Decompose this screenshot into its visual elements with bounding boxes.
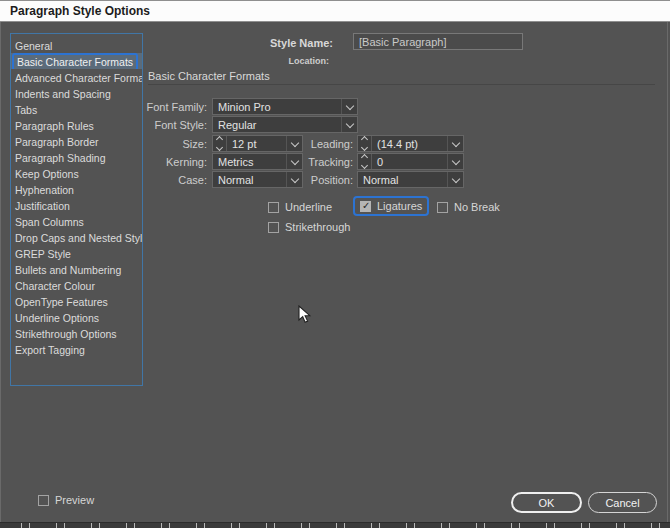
ok-button[interactable]: OK [511, 492, 582, 513]
sidebar-item-character-colour[interactable]: Character Colour [11, 277, 142, 293]
location-label: Location: [229, 56, 329, 66]
tracking-stepper[interactable] [358, 154, 372, 169]
sidebar-item-label: Justification [15, 200, 70, 212]
font-style-value: Regular [213, 119, 341, 131]
sidebar-item-justification[interactable]: Justification [11, 197, 142, 213]
paragraph-style-options-dialog: Paragraph Style Options GeneralBasic Cha… [0, 0, 670, 528]
style-name-field[interactable]: [Basic Paragraph] [353, 33, 523, 50]
case-label: Case: [57, 174, 207, 186]
sidebar-item-label: Basic Character Formats [12, 53, 138, 69]
checkbox-icon [268, 202, 279, 213]
sidebar-item-label: Tabs [15, 104, 37, 116]
leading-select[interactable]: (14.4 pt) [357, 135, 464, 152]
checkbox-icon [268, 222, 279, 233]
sidebar-item-label: Indents and Spacing [15, 88, 111, 100]
size-value: 12 pt [227, 138, 286, 150]
underline-checkbox[interactable]: Underline [268, 201, 332, 213]
section-divider [148, 84, 655, 85]
no-break-checkbox[interactable]: No Break [437, 201, 500, 213]
tracking-value: 0 [372, 156, 447, 168]
sidebar-item-span-columns[interactable]: Span Columns [11, 213, 142, 229]
case-select[interactable]: Normal [212, 171, 303, 188]
sidebar-item-indents-and-spacing[interactable]: Indents and Spacing [11, 85, 142, 101]
sidebar-item-advanced-character-formats[interactable]: Advanced Character Formats [11, 69, 142, 85]
ligatures-checkbox-label: Ligatures [377, 200, 422, 212]
font-family-select[interactable]: Minion Pro [212, 98, 358, 115]
underline-checkbox-label: Underline [285, 201, 332, 213]
position-select[interactable]: Normal [357, 171, 464, 188]
preview-checkbox[interactable]: Preview [38, 494, 94, 506]
sidebar-item-basic-character-formats[interactable]: Basic Character Formats [11, 53, 142, 69]
font-family-label: Font Family: [57, 101, 207, 113]
chevron-down-icon [341, 117, 357, 132]
sidebar-item-label: General [15, 40, 52, 52]
no-break-checkbox-label: No Break [454, 201, 500, 213]
sidebar-item-bullets-and-numbering[interactable]: Bullets and Numbering [11, 261, 142, 277]
panel-title: Basic Character Formats [148, 70, 270, 82]
sidebar-item-label: Export Tagging [15, 344, 85, 356]
sidebar-item-opentype-features[interactable]: OpenType Features [11, 293, 142, 309]
sidebar-item-drop-caps-and-nested-styles[interactable]: Drop Caps and Nested Styles [11, 229, 142, 245]
font-family-value: Minion Pro [213, 101, 341, 113]
kerning-value: Metrics [213, 156, 286, 168]
window-right-edge [667, 22, 668, 522]
chevron-down-icon [447, 172, 463, 187]
chevron-down-icon [286, 154, 302, 169]
kerning-label: Kerning: [57, 156, 207, 168]
sidebar-item-label: Bullets and Numbering [15, 264, 121, 276]
position-value: Normal [358, 174, 447, 186]
font-style-label: Font Style: [57, 119, 207, 131]
window-left-edge [0, 22, 1, 522]
sidebar-list: GeneralBasic Character FormatsAdvanced C… [10, 33, 143, 386]
sidebar-item-general[interactable]: General [11, 37, 142, 53]
sidebar-item-underline-options[interactable]: Underline Options [11, 309, 142, 325]
tracking-select[interactable]: 0 [357, 153, 464, 170]
style-name-value: [Basic Paragraph] [359, 36, 446, 48]
sidebar-item-export-tagging[interactable]: Export Tagging [11, 341, 142, 357]
strikethrough-checkbox-label: Strikethrough [285, 221, 350, 233]
sidebar-item-label: Hyphenation [15, 184, 74, 196]
kerning-select[interactable]: Metrics [212, 153, 303, 170]
ligatures-checkbox[interactable]: Ligatures [360, 200, 422, 212]
preview-checkbox-label: Preview [55, 494, 94, 506]
ligatures-highlight-annotation: Ligatures [353, 196, 429, 216]
checkbox-icon [360, 201, 371, 212]
background-ruler-strip [0, 522, 670, 528]
sidebar-item-label: GREP Style [15, 248, 71, 260]
leading-value: (14.4 pt) [372, 138, 447, 150]
sidebar-item-label: Span Columns [15, 216, 84, 228]
chevron-down-icon [447, 154, 463, 169]
strikethrough-checkbox[interactable]: Strikethrough [268, 221, 350, 233]
sidebar-item-grep-style[interactable]: GREP Style [11, 245, 142, 261]
cancel-button[interactable]: Cancel [588, 492, 657, 513]
sidebar-item-label: Character Colour [15, 280, 95, 292]
size-label: Size: [57, 138, 207, 150]
chevron-down-icon [341, 99, 357, 114]
size-select[interactable]: 12 pt [212, 135, 303, 152]
sidebar-item-label: Strikethrough Options [15, 328, 117, 340]
checkbox-icon [437, 202, 448, 213]
chevron-down-icon [286, 172, 302, 187]
mouse-cursor [298, 305, 312, 329]
chevron-down-icon [286, 136, 302, 151]
checkbox-icon [38, 495, 49, 506]
chevron-down-icon [447, 136, 463, 151]
case-value: Normal [213, 174, 286, 186]
leading-stepper[interactable] [358, 136, 372, 151]
sidebar-item-label: OpenType Features [15, 296, 108, 308]
font-style-select[interactable]: Regular [212, 116, 358, 133]
sidebar-item-label: Advanced Character Formats [15, 72, 142, 84]
sidebar-item-label: Underline Options [15, 312, 99, 324]
style-name-label: Style Name: [183, 37, 333, 49]
sidebar-item-strikethrough-options[interactable]: Strikethrough Options [11, 325, 142, 341]
titlebar[interactable]: Paragraph Style Options [0, 0, 670, 22]
size-stepper[interactable] [213, 136, 227, 151]
window-title: Paragraph Style Options [10, 4, 150, 18]
sidebar-item-label: Drop Caps and Nested Styles [15, 232, 142, 244]
